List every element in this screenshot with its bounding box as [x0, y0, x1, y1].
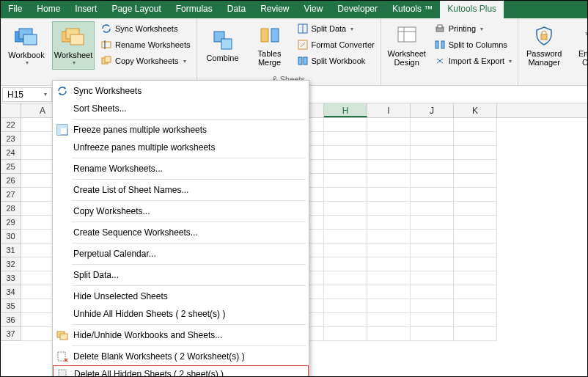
cell[interactable] — [411, 118, 454, 132]
tables-merge-button[interactable]: Tables Merge — [249, 21, 291, 70]
cell[interactable] — [454, 160, 497, 174]
cell[interactable] — [454, 230, 497, 244]
worksheet-button[interactable]: Worksheet — [52, 21, 95, 70]
tab-data[interactable]: Data — [220, 1, 253, 18]
cell[interactable] — [324, 327, 367, 341]
col-header-H[interactable]: H — [324, 103, 367, 117]
cell[interactable] — [324, 174, 367, 188]
cell[interactable] — [324, 202, 367, 216]
encrypt-cells-button[interactable]: *** Encryp Cells — [570, 21, 588, 70]
cell[interactable] — [454, 327, 497, 341]
cell[interactable] — [324, 230, 367, 244]
tab-insert[interactable]: Insert — [67, 1, 104, 18]
workbook-button[interactable]: Workbook — [5, 21, 48, 70]
name-box[interactable]: H15 — [2, 87, 52, 102]
row-header-26[interactable]: 26 — [1, 174, 21, 188]
cell[interactable] — [411, 174, 454, 188]
cell[interactable] — [324, 132, 367, 146]
menu-item-freeze-panes-multiple-worksheets[interactable]: Freeze panes multiple worksheets — [53, 121, 309, 139]
cell[interactable] — [454, 188, 497, 202]
row-header-34[interactable]: 34 — [1, 285, 21, 299]
tab-kutools-[interactable]: Kutools ™ — [385, 1, 440, 18]
menu-item-unhide-all-hidden-sheets-sheet-s[interactable]: Unhide All Hidden Sheets ( 2 sheet(s) ) — [53, 305, 309, 323]
cell[interactable] — [324, 244, 367, 257]
menu-item-delete-blank-worksheets-worksheet-s[interactable]: Delete Blank Worksheets ( 2 Worksheet(s)… — [53, 348, 309, 365]
cell[interactable] — [367, 313, 411, 327]
cell[interactable] — [411, 285, 454, 299]
cell[interactable] — [411, 271, 454, 285]
cell[interactable] — [367, 327, 411, 341]
cell[interactable] — [367, 118, 411, 132]
col-header-J[interactable]: J — [411, 103, 454, 117]
cell[interactable] — [411, 132, 454, 146]
cell[interactable] — [324, 271, 367, 285]
row-header-22[interactable]: 22 — [1, 118, 21, 132]
tab-review[interactable]: Review — [253, 1, 296, 18]
menu-item-unfreeze-panes-multiple-worksheets[interactable]: Unfreeze panes multiple worksheets — [53, 139, 309, 156]
cell[interactable] — [454, 313, 497, 327]
cell[interactable] — [367, 160, 411, 174]
tab-formulas[interactable]: Formulas — [169, 1, 220, 18]
cell[interactable] — [411, 327, 454, 341]
password-manager-button[interactable]: Password Manager — [523, 21, 565, 70]
cell[interactable] — [367, 271, 411, 285]
cell[interactable] — [324, 257, 367, 271]
format-converter-button[interactable]: Format Converter — [295, 37, 376, 52]
row-header-30[interactable]: 30 — [1, 230, 21, 244]
cell[interactable] — [411, 146, 454, 160]
tab-page-layout[interactable]: Page Layout — [104, 1, 168, 18]
cell[interactable] — [324, 216, 367, 230]
cell[interactable] — [454, 174, 497, 188]
menu-item-create-sequence-worksheets[interactable]: Create Sequence Worksheets... — [53, 224, 309, 241]
cell[interactable] — [454, 244, 497, 257]
cell[interactable] — [454, 271, 497, 285]
cell[interactable] — [411, 160, 454, 174]
row-header-23[interactable]: 23 — [1, 132, 21, 146]
tab-kutools-plus[interactable]: Kutools Plus — [440, 1, 504, 18]
menu-item-sort-sheets[interactable]: Sort Sheets... — [53, 100, 309, 117]
cell[interactable] — [454, 132, 497, 146]
cell[interactable] — [367, 299, 411, 313]
cell[interactable] — [411, 216, 454, 230]
cell[interactable] — [324, 285, 367, 299]
cell[interactable] — [454, 216, 497, 230]
combine-button[interactable]: Combine — [202, 21, 244, 70]
menu-item-split-data[interactable]: Split Data... — [53, 266, 309, 284]
split-workbook-button[interactable]: Split Workbook — [295, 54, 376, 68]
col-header-I[interactable]: I — [367, 103, 411, 117]
cell[interactable] — [411, 202, 454, 216]
cell[interactable] — [411, 313, 454, 327]
menu-item-hide-unhide-workbooks-and-sheets[interactable]: Hide/Unhide Workbooks and Sheets... — [53, 326, 309, 344]
cell[interactable] — [324, 146, 367, 160]
menu-item-sync-worksheets[interactable]: Sync Worksheets — [53, 82, 309, 100]
row-header-28[interactable]: 28 — [1, 202, 21, 216]
cell[interactable] — [411, 230, 454, 244]
tab-file[interactable]: File — [1, 1, 29, 18]
row-header-36[interactable]: 36 — [1, 313, 21, 327]
cell[interactable] — [367, 202, 411, 216]
rename-worksheets-button[interactable]: Rename Worksheets — [99, 37, 192, 52]
cell[interactable] — [324, 188, 367, 202]
col-header-K[interactable]: K — [454, 103, 497, 117]
tab-view[interactable]: View — [297, 1, 331, 18]
cell[interactable] — [454, 299, 497, 313]
printing-button[interactable]: Printing — [433, 21, 513, 36]
menu-item-delete-all-hidden-sheets-sheet-s[interactable]: Delete All Hidden Sheets ( 2 sheet(s) ) — [53, 365, 309, 377]
menu-item-rename-worksheets[interactable]: Rename Worksheets... — [53, 160, 309, 177]
cell[interactable] — [367, 146, 411, 160]
row-header-29[interactable]: 29 — [1, 216, 21, 230]
row-header-32[interactable]: 32 — [1, 257, 21, 271]
row-header-33[interactable]: 33 — [1, 271, 21, 285]
row-header-35[interactable]: 35 — [1, 299, 21, 313]
cell[interactable] — [367, 216, 411, 230]
worksheet-design-button[interactable]: Worksheet Design — [386, 21, 428, 70]
cell[interactable] — [324, 313, 367, 327]
split-to-columns-button[interactable]: Split to Columns — [433, 37, 513, 52]
cell[interactable] — [367, 132, 411, 146]
cell[interactable] — [324, 118, 367, 132]
cell[interactable] — [367, 230, 411, 244]
cell[interactable] — [367, 285, 411, 299]
cell[interactable] — [367, 188, 411, 202]
row-header-24[interactable]: 24 — [1, 146, 21, 160]
cell[interactable] — [411, 244, 454, 257]
